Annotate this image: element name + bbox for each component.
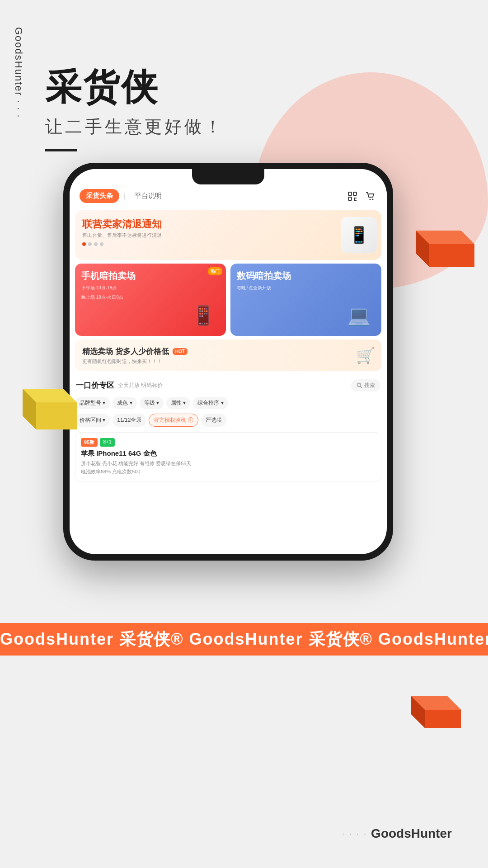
digital-auction-card[interactable]: 数码暗拍卖场 每晚7点全新开放 💻 <box>230 264 381 336</box>
hero-title: 采货侠 <box>45 63 159 112</box>
digital-card-icon: 💻 <box>347 304 379 331</box>
product-list-item[interactable]: 95新 8+1 苹果 IPhone11 64G 金色 屏小花裂 壳小花 功能完好… <box>75 432 381 481</box>
product-name: 苹果 IPhone11 64G 金色 <box>81 449 375 458</box>
tab-divider: | <box>124 192 126 200</box>
filter-grade[interactable]: 等级 ▾ <box>140 397 164 409</box>
filter-authorized[interactable]: 官方授权验机 ⓘ <box>149 414 198 427</box>
cart-icon[interactable] <box>364 190 377 203</box>
product-attr2: 电池效率88% 充电次数500 <box>81 468 375 476</box>
filter-sort[interactable]: 综合排序 ▾ <box>193 397 228 409</box>
svg-rect-14 <box>354 200 357 201</box>
filter-model[interactable]: 11/12全原 <box>113 414 146 427</box>
yellow-brick-icon <box>14 371 86 443</box>
svg-rect-12 <box>354 198 355 200</box>
svg-point-16 <box>372 198 374 200</box>
footer-dots: · · · · <box>342 829 367 839</box>
fixed-price-desc: 全天开放 明码标价 <box>118 382 163 389</box>
filter-attr[interactable]: 属性 ▾ <box>166 397 190 409</box>
phone-card-desc2: 晚上场 19点-次日9点 <box>81 294 220 301</box>
red-brick-bottom-icon <box>402 687 461 737</box>
category-cards: 热门 手机暗拍卖场 下午场 13点-18点 晚上场 19点-次日9点 📱 数码暗… <box>75 264 381 336</box>
banner-phone-image: 📱 <box>341 217 377 253</box>
svg-rect-13 <box>355 198 357 198</box>
phone-notch <box>192 169 264 184</box>
selected-goods-banner[interactable]: 精选卖场 货多人少价格低 HOT 更有随机红包限时送，快来买！！！ 🛒 <box>75 340 381 371</box>
hot-badge: 热门 <box>208 267 222 275</box>
banner-title: 联营卖家清退通知 <box>82 218 374 230</box>
scan-icon[interactable] <box>346 190 359 203</box>
filter-row-2: 价格区间 ▾ 11/12全原 官方授权验机 ⓘ 严选联 <box>70 411 387 429</box>
product-battery-tag: 8+1 <box>100 438 115 447</box>
red-brick-top-icon <box>402 217 474 280</box>
hero-divider <box>45 149 77 151</box>
product-attr1: 屏小花裂 壳小花 功能完好 有维修 爱思绿在保55天 <box>81 460 375 468</box>
phone-card-icon: 📱 <box>192 304 223 331</box>
svg-rect-10 <box>353 192 357 195</box>
svg-point-17 <box>357 383 361 387</box>
phone-card-title: 手机暗拍卖场 <box>81 270 220 282</box>
filter-condition[interactable]: 成色 ▾ <box>113 397 136 409</box>
select-banner-title-row: 精选卖场 货多人少价格低 HOT <box>82 346 188 357</box>
phone-mockup: 采货头条 | 平台说明 <box>63 163 393 561</box>
header-icons <box>346 190 377 203</box>
svg-line-18 <box>361 387 362 388</box>
select-banner-subtitle: 更有随机红包限时送，快来买！！！ <box>82 358 188 365</box>
marquee-text: GoodsHunter 采货侠® GoodsHunter 采货侠® GoodsH… <box>0 628 488 651</box>
hero-subtitle: 让二手生意更好做！ <box>45 115 224 138</box>
filter-strict[interactable]: 严选联 <box>201 414 226 427</box>
select-banner-cart-icon: 🛒 <box>356 346 375 364</box>
select-banner-content: 精选卖场 货多人少价格低 HOT 更有随机红包限时送，快来买！！！ <box>82 346 188 365</box>
svg-point-15 <box>370 198 371 200</box>
vertical-brand-text: GoodsHunter · · · <box>13 27 24 118</box>
tab-platform[interactable]: 平台说明 <box>130 189 166 203</box>
product-tags: 95新 8+1 <box>81 438 375 447</box>
banner-subtitle: 售出台量、售后率不达标将进行清退 <box>82 232 374 239</box>
svg-rect-11 <box>348 197 352 200</box>
svg-rect-9 <box>348 192 352 195</box>
footer: · · · · GoodsHunter <box>342 826 452 841</box>
fixed-price-header: 一口价专区 全天开放 明码标价 搜索 <box>70 374 387 395</box>
digital-card-title: 数码暗拍卖场 <box>237 270 375 282</box>
orange-marquee-banner: GoodsHunter 采货侠® GoodsHunter 采货侠® GoodsH… <box>0 623 488 656</box>
filter-row-1: 品牌型号 ▾ 成色 ▾ 等级 ▾ 属性 ▾ 综合排序 ▾ <box>70 395 387 411</box>
select-hot-tag: HOT <box>173 348 188 355</box>
digital-card-desc: 每晚7点全新开放 <box>237 284 375 291</box>
phone-screen: 采货头条 | 平台说明 <box>70 169 387 554</box>
search-button[interactable]: 搜索 <box>351 379 380 392</box>
phone-card-desc1: 下午场 13点-18点 <box>81 284 220 291</box>
tab-headlines[interactable]: 采货头条 <box>80 189 119 203</box>
notice-banner[interactable]: 联营卖家清退通知 售出台量、售后率不达标将进行清退 📱 <box>75 210 381 260</box>
banner-dots <box>82 242 374 246</box>
phone-frame: 采货头条 | 平台说明 <box>63 163 393 561</box>
select-banner-title: 精选卖场 货多人少价格低 <box>82 346 169 357</box>
search-label: 搜索 <box>364 382 375 389</box>
phone-auction-card[interactable]: 热门 手机暗拍卖场 下午场 13点-18点 晚上场 19点-次日9点 📱 <box>75 264 226 336</box>
footer-brand-name: GoodsHunter <box>371 826 452 841</box>
